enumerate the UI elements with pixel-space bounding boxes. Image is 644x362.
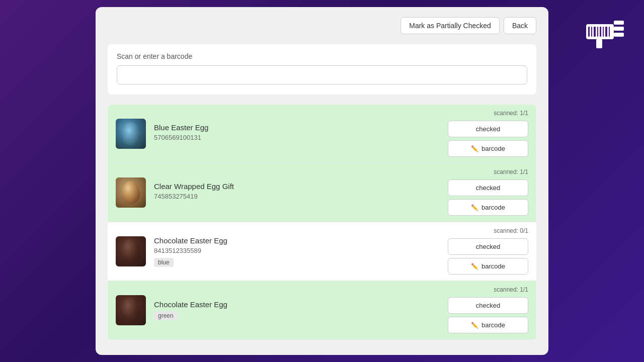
scanned-status: scanned: 0/1	[494, 227, 528, 234]
list-item: scanned: 1/1 Blue Easter Egg 57065691001…	[108, 105, 536, 163]
checked-button[interactable]: checked	[448, 297, 528, 314]
items-container: scanned: 1/1 Blue Easter Egg 57065691001…	[108, 105, 536, 340]
item-tag: green	[154, 311, 178, 320]
pencil-icon: ✏️	[471, 145, 478, 152]
item-image	[116, 119, 146, 149]
svg-rect-2	[614, 27, 624, 31]
svg-rect-3	[614, 33, 624, 37]
scanned-status: scanned: 1/1	[494, 110, 528, 117]
svg-rect-7	[594, 27, 596, 37]
checked-button[interactable]: checked	[448, 179, 528, 196]
barcode-input[interactable]	[117, 65, 527, 84]
item-name: Chocolate Easter Egg	[154, 300, 440, 309]
barcode-button-label: barcode	[481, 145, 505, 152]
barcode-button[interactable]: ✏️ barcode	[448, 140, 528, 157]
item-name: Clear Wrapped Egg Gift	[154, 182, 440, 191]
barcode-button[interactable]: ✏️ barcode	[448, 199, 528, 216]
pencil-icon: ✏️	[471, 263, 478, 270]
item-barcode-number: 8413512335589	[154, 247, 440, 254]
barcode-button-label: barcode	[481, 321, 505, 329]
barcode-button-label: barcode	[481, 262, 505, 270]
svg-rect-11	[605, 27, 607, 37]
item-info: Chocolate Easter Egg 8413512335589 blue	[154, 236, 448, 267]
item-info: Clear Wrapped Egg Gift 745853275419	[154, 182, 448, 203]
barcode-button[interactable]: ✏️ barcode	[448, 317, 528, 333]
mark-partially-checked-button[interactable]: Mark as Partially Checked	[400, 17, 500, 34]
item-actions: checked ✏️ barcode	[448, 297, 528, 333]
item-tag: blue	[154, 258, 174, 267]
svg-rect-12	[609, 27, 610, 37]
list-item: scanned: 1/1 Clear Wrapped Egg Gift 7458…	[108, 163, 536, 222]
item-actions: checked ✏️ barcode	[448, 121, 528, 157]
list-item: scanned: 1/1 Chocolate Easter Egg green …	[108, 281, 536, 340]
back-button[interactable]: Back	[504, 17, 536, 34]
item-name: Blue Easter Egg	[154, 123, 440, 132]
pencil-icon: ✏️	[471, 322, 478, 329]
item-barcode-number: 5706569100131	[154, 134, 440, 141]
item-image	[116, 295, 146, 325]
item-info: Blue Easter Egg 5706569100131	[154, 123, 448, 144]
main-panel: Mark as Partially Checked Back Scan or e…	[96, 7, 548, 355]
item-info: Chocolate Easter Egg green	[154, 300, 448, 320]
barcode-button-label: barcode	[481, 204, 505, 211]
svg-rect-8	[597, 27, 598, 37]
scanned-status: scanned: 1/1	[494, 168, 528, 175]
item-name: Chocolate Easter Egg	[154, 236, 440, 245]
item-barcode-number: 745853275419	[154, 193, 440, 200]
barcode-button[interactable]: ✏️ barcode	[448, 258, 528, 275]
svg-rect-9	[600, 27, 601, 37]
list-item: scanned: 0/1 Chocolate Easter Egg 841351…	[108, 222, 536, 281]
item-actions: checked ✏️ barcode	[448, 179, 528, 216]
svg-rect-6	[591, 27, 592, 37]
svg-rect-5	[588, 27, 590, 37]
pencil-icon: ✏️	[471, 204, 478, 211]
svg-rect-1	[614, 21, 624, 25]
app-logo	[579, 9, 634, 54]
top-bar: Mark as Partially Checked Back	[108, 17, 536, 34]
item-image	[116, 177, 146, 208]
item-actions: checked ✏️ barcode	[448, 238, 528, 275]
svg-rect-10	[603, 27, 604, 37]
scan-section: Scan or enter a barcode	[108, 44, 536, 95]
svg-rect-4	[596, 39, 602, 48]
checked-button[interactable]: checked	[448, 238, 528, 255]
scan-label: Scan or enter a barcode	[117, 52, 527, 60]
item-image	[116, 236, 146, 266]
checked-button[interactable]: checked	[448, 121, 528, 137]
scanned-status: scanned: 1/1	[494, 286, 528, 293]
